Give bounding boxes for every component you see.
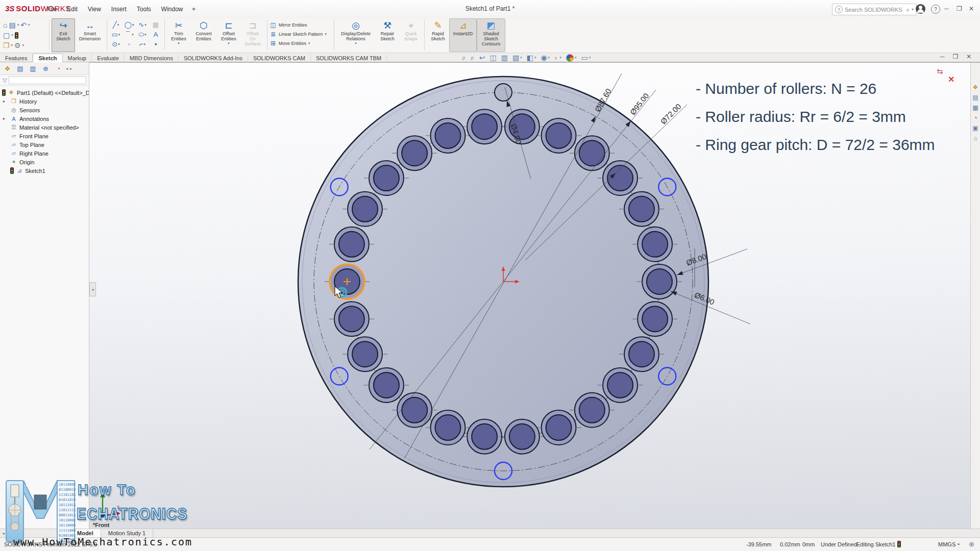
roller[interactable] (339, 306, 364, 332)
dimension-label[interactable]: Ø72.00 (659, 102, 683, 126)
rapid-sketch-button[interactable]: ✎ Rapid Sketch (427, 18, 449, 52)
panel-collapse-handle[interactable]: ◂ (89, 282, 96, 296)
move-entities-button[interactable]: ⊞ Move Entities ▾ (270, 39, 332, 48)
roller[interactable] (472, 114, 497, 139)
apply-scene-icon[interactable]: ▾ (566, 54, 577, 62)
graphics-area[interactable]: Ø95.00Ø87.60Ø72.00Ø4.00Ø8.00Ø6.00 - Numb… (89, 62, 980, 529)
offset-entities-button[interactable]: ⊏ Offset Entities ▾ (217, 18, 240, 52)
dimxpertmanager-tab-icon[interactable]: ⊕ (39, 65, 52, 72)
trim-entities-button[interactable]: ✂ Trim Entities ▾ (167, 18, 190, 52)
pin-hole-top[interactable] (495, 84, 512, 101)
caret-icon[interactable]: ▾ (132, 33, 134, 37)
caret-icon[interactable]: ▾ (308, 41, 310, 45)
roller[interactable] (607, 372, 633, 398)
roller[interactable] (339, 232, 364, 257)
restore-button[interactable]: ❐ (957, 5, 962, 12)
caret-icon[interactable]: ▾ (117, 23, 119, 27)
roller[interactable] (352, 341, 378, 367)
edit-appearance-icon[interactable]: ◐▾ (554, 54, 561, 62)
slot-tool[interactable]: ⬭▾ (136, 30, 149, 39)
line-tool[interactable]: ╱▾ (109, 20, 122, 30)
tab-solidworks-add-ins[interactable]: SOLIDWORKS Add-Ins (179, 54, 248, 63)
displaymanager-tab-icon[interactable]: ◔ (52, 65, 65, 72)
arc-tool[interactable]: ⌒▾ (122, 30, 136, 39)
tree-item-sketch1[interactable]: ⊿Sketch1 (0, 166, 89, 175)
roller[interactable] (435, 415, 461, 440)
roller[interactable] (374, 165, 399, 191)
roller[interactable] (647, 269, 672, 294)
exit-sketch-button[interactable]: ↪ Exit Sketch (52, 18, 75, 52)
roller[interactable] (546, 123, 571, 148)
shaded-sketch-contours-button[interactable]: ◩ Shaded Sketch Contours (477, 18, 505, 52)
search-icon[interactable]: ⌕ (906, 6, 910, 13)
help-button[interactable]: ? (931, 5, 940, 14)
display-delete-relations-button[interactable]: ◎ Display/Delete Relations ▾ (336, 18, 375, 52)
view-orientation-icon[interactable]: ▧▾ (512, 54, 522, 62)
user-avatar[interactable] (916, 4, 925, 14)
units-caret-icon[interactable]: ▴ (958, 541, 960, 546)
search-input[interactable]: ? Search SOLIDWORKS Help ⌕ ▾ (832, 4, 917, 15)
appearances-icon[interactable]: ◔ (973, 115, 977, 121)
save-icon[interactable]: ▤ (9, 21, 15, 29)
roller[interactable] (579, 397, 605, 423)
tree-item-top-plane[interactable]: ▱Top Plane (0, 140, 89, 149)
caret-icon[interactable]: ▾ (325, 32, 327, 36)
zoom-to-area-icon[interactable]: ⌕ (471, 54, 475, 62)
caret-icon[interactable]: ▾ (144, 33, 146, 37)
search-caret-icon[interactable]: ▾ (912, 7, 914, 12)
roller[interactable] (435, 123, 460, 148)
roller[interactable] (642, 232, 668, 257)
spline-tool[interactable]: ∿▾ (136, 20, 149, 30)
solidworks-resources-icon[interactable]: ⌂ (973, 135, 977, 142)
zoom-to-fit-icon[interactable]: ⌕ (462, 54, 466, 62)
tab-markup[interactable]: Markup (63, 54, 92, 63)
options-caret-icon[interactable]: ▾ (22, 43, 24, 47)
tree-root-part1[interactable]: ❖ Part1 (Default) <<Default>_Display Sta (0, 88, 89, 97)
pin-menu-icon[interactable]: ✦ (188, 6, 200, 13)
caret-icon[interactable]: ▾ (144, 23, 146, 27)
mirror-entities-button[interactable]: ◫ Mirror Entities (270, 20, 332, 30)
configurationmanager-tab-icon[interactable]: ▥ (27, 65, 39, 72)
hide-show-items-icon[interactable]: ◉▾ (541, 54, 550, 62)
menu-file[interactable]: File (42, 0, 62, 18)
minimize-button[interactable]: ─ (944, 5, 949, 12)
tree-item-right-plane[interactable]: ▱Right Plane (0, 149, 89, 158)
3dexperience-globe-icon[interactable]: ⊕ (969, 540, 974, 548)
filter-funnel-icon[interactable]: ▽ (3, 77, 7, 84)
tree-item-front-plane[interactable]: ▱Front Plane (0, 132, 89, 140)
open-caret-icon[interactable]: ▾ (11, 43, 13, 47)
dimension-label[interactable]: Ø95.00 (628, 91, 651, 116)
point-tool[interactable]: ⊙▾ (109, 39, 122, 49)
tree-item-history[interactable]: ▸❐History (0, 97, 89, 106)
exit-sketch-corner-icon[interactable]: ⇆ (937, 67, 943, 76)
repair-sketch-button[interactable]: ⚒ Repair Sketch (375, 18, 400, 52)
caret-icon[interactable]: ▾ (228, 41, 230, 45)
tree-item-material-not-specified-[interactable]: ☰Material <not specified> (0, 123, 89, 132)
units-selector[interactable]: MMGS (938, 541, 955, 547)
convert-entities-button[interactable]: ⬡ Convert Entities (190, 18, 217, 52)
caret-icon[interactable]: ▾ (144, 42, 146, 46)
filter-input[interactable] (9, 77, 86, 84)
roller[interactable] (509, 424, 535, 449)
design-checker-icon[interactable] (15, 32, 18, 39)
caret-icon[interactable]: ▾ (355, 41, 357, 45)
caret-icon[interactable]: ▾ (178, 41, 180, 45)
file-explorer-icon[interactable]: ▤ (972, 94, 978, 101)
menu-insert[interactable]: Insert (106, 0, 132, 18)
expand-icon[interactable]: ▸ (3, 116, 5, 121)
undo-caret-icon[interactable]: ▾ (28, 23, 30, 27)
roller[interactable] (402, 397, 427, 423)
expand-icon[interactable]: ▸ (3, 99, 5, 104)
tree-item-origin[interactable]: ⌖Origin (0, 158, 89, 166)
caret-icon[interactable]: ▾ (118, 33, 120, 37)
menu-tools[interactable]: Tools (132, 0, 156, 18)
menu-edit[interactable]: Edit (62, 0, 83, 18)
circle-tool[interactable]: ◯▾ (122, 20, 136, 30)
rectangle-tool[interactable]: ▭▾ (109, 30, 122, 39)
display-style-icon[interactable]: ◧▾ (527, 54, 536, 62)
view-palette-icon[interactable]: ▦ (972, 105, 978, 111)
roller[interactable] (374, 372, 399, 398)
doc-restore-icon[interactable]: ❐ (953, 53, 959, 60)
open-icon[interactable]: ❐ (3, 41, 10, 49)
tab-evaluate[interactable]: Evaluate (92, 54, 125, 63)
